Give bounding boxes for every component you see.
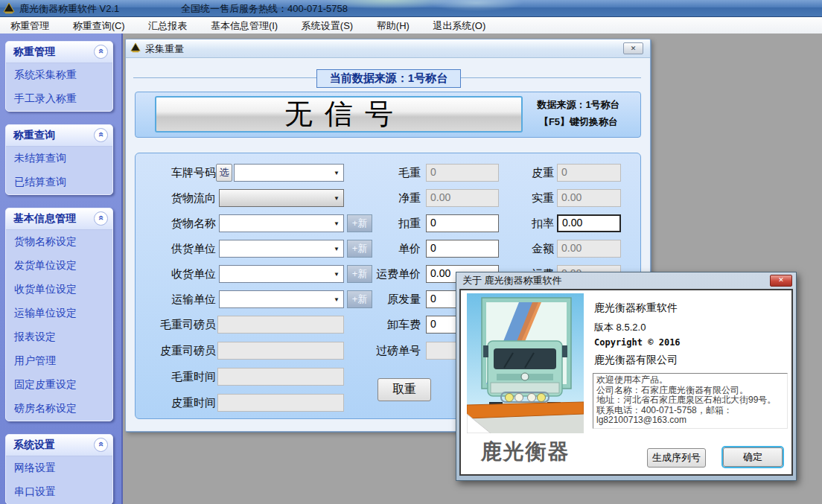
chevron-down-icon: ▼ (334, 170, 340, 176)
copyright-text: Copyright © 2016 (594, 337, 681, 348)
plate-number-combo[interactable]: ▼ (234, 164, 344, 182)
tare-time-field (217, 394, 344, 412)
supplier-combo[interactable]: ▼ (219, 240, 344, 258)
menu-summary-report[interactable]: 汇总报表 (138, 17, 197, 34)
menu-exit[interactable]: 退出系统(O) (422, 17, 496, 34)
data-source-banner: 当前数据来源：1号称台 (316, 69, 461, 88)
goods-name-combo[interactable]: ▼ (219, 214, 344, 232)
collapse-icon[interactable]: « (94, 45, 108, 59)
about-dialog-content: 鹿光衡器 鹿光衡器称重软件 版本 8.5.2.0 Copyright © 201… (459, 289, 793, 476)
actual-weight-field: 0.00 (557, 189, 621, 207)
collapse-icon[interactable]: « (94, 211, 108, 226)
sidebar-item-user-manage[interactable]: 用户管理 (6, 349, 112, 373)
deduct-weight-input[interactable]: 0 (426, 214, 499, 232)
supplier-label: 供货单位 (141, 240, 216, 258)
about-dialog-title: 关于 鹿光衡器称重软件 (462, 275, 562, 286)
tare-time-label: 皮重时间 (141, 394, 216, 412)
net-weight-field: 0.00 (426, 189, 499, 207)
weight-source-info: 数据来源：1号称台 【F5】键切换称台 (521, 96, 636, 130)
sidebar-item-fixed-tare[interactable]: 固定皮重设定 (6, 373, 112, 397)
plate-select-button[interactable]: 选 (216, 164, 232, 182)
sidebar: 称重管理 « 系统采集称重 手工录入称重 称重查询 « 未结算查询 已结算查询 … (0, 34, 123, 504)
tare-weight-label: 皮重 (500, 164, 554, 182)
sidebar-header-label: 称重管理 (13, 45, 55, 57)
unit-price-label: 单价 (354, 240, 421, 258)
chevron-down-icon: ▼ (334, 196, 340, 202)
unit-price-input[interactable]: 0 (426, 240, 499, 258)
weight-display: 无信号 (155, 96, 523, 133)
sidebar-section-system-settings: 系统设置 « 网络设置 串口设置 (5, 434, 113, 504)
gross-time-field (217, 368, 344, 386)
gross-weight-label: 毛重 (354, 164, 421, 182)
sidebar-item-network-settings[interactable]: 网络设置 (6, 456, 112, 480)
original-qty-label: 原发量 (354, 290, 421, 308)
sidebar-item-scale-house-name[interactable]: 磅房名称设定 (6, 397, 112, 421)
window-close-icon[interactable]: ✕ (623, 42, 643, 54)
sidebar-header-label: 称重查询 (13, 129, 55, 141)
sidebar-section-weigh-manage: 称重管理 « 系统采集称重 手工录入称重 (5, 41, 113, 112)
transporter-combo[interactable]: ▼ (219, 290, 344, 308)
receiver-combo[interactable]: ▼ (219, 265, 344, 283)
gross-time-label: 毛重时间 (141, 368, 216, 386)
sidebar-header-weigh-manage[interactable]: 称重管理 « (6, 42, 112, 63)
deduct-rate-label: 扣率 (500, 214, 554, 232)
collapse-icon[interactable]: « (94, 128, 108, 142)
menu-system-settings[interactable]: 系统设置(S) (291, 17, 363, 34)
transporter-label: 运输单位 (141, 290, 216, 308)
company-name: 鹿光衡器有限公司 (594, 354, 678, 367)
receiver-label: 收货单位 (141, 265, 216, 283)
gross-operator-field (217, 316, 344, 334)
menu-help[interactable]: 帮助(H) (366, 17, 420, 34)
about-dialog-titlebar[interactable]: 关于 鹿光衡器称重软件 ✕ (459, 272, 793, 289)
net-weight-label: 净重 (354, 189, 421, 207)
chevron-down-icon: ▼ (334, 246, 340, 252)
hotline-text: 全国统一售后服务热线：400-071-5758 (181, 2, 348, 16)
menu-weigh-manage[interactable]: 称重管理 (0, 17, 60, 34)
unload-fee-label: 卸车费 (354, 316, 421, 334)
sidebar-header-weigh-query[interactable]: 称重查询 « (6, 125, 112, 147)
weight-panel: 无信号 数据来源：1号称台 【F5】键切换称台 (135, 92, 641, 138)
ticket-number-label: 过磅单号 (354, 342, 421, 360)
ok-button[interactable]: 确定 (723, 447, 783, 467)
sidebar-item-unsettled-query[interactable]: 未结算查询 (6, 147, 112, 170)
sidebar-item-transport-unit[interactable]: 运输单位设定 (6, 302, 112, 325)
take-weight-button[interactable]: 取重 (377, 378, 431, 401)
deduct-rate-input[interactable]: 0.00 (557, 214, 621, 232)
menu-weigh-query[interactable]: 称重查询(C) (63, 17, 136, 34)
product-name: 鹿光衡器称重软件 (594, 302, 678, 315)
freight-price-label: 运费单价 (354, 265, 421, 283)
sidebar-item-report-setting[interactable]: 报表设定 (6, 325, 112, 349)
company-info-box[interactable]: 欢迎使用本产品。 公司名称：石家庄鹿光衡器有限公司。 地址：河北省石家庄鹿泉区石… (593, 373, 788, 429)
menubar: 称重管理 称重查询(C) 汇总报表 基本信息管理(I) 系统设置(S) 帮助(H… (0, 17, 822, 34)
brand-caption: 鹿光衡器 (467, 433, 584, 472)
chevron-down-icon: ▼ (334, 297, 340, 303)
about-dialog: 关于 鹿光衡器称重软件 ✕ (456, 272, 797, 481)
goods-flow-combo[interactable]: ▼ (219, 189, 344, 207)
sidebar-item-goods-name[interactable]: 货物名称设定 (6, 230, 112, 254)
goods-flow-label: 货物流向 (141, 189, 216, 207)
menu-basic-info[interactable]: 基本信息管理(I) (200, 17, 288, 34)
tare-operator-field (217, 342, 344, 360)
sidebar-item-settled-query[interactable]: 已结算查询 (6, 170, 112, 194)
tare-operator-label: 皮重司磅员 (141, 342, 216, 360)
generate-serial-button[interactable]: 生成序列号 (647, 448, 706, 468)
sidebar-item-system-weigh[interactable]: 系统采集称重 (6, 63, 112, 87)
app-title: 鹿光衡器称重软件 V2.1 (19, 2, 119, 16)
sidebar-header-label: 基本信息管理 (13, 212, 76, 224)
amount-label: 金额 (500, 240, 554, 258)
collect-weight-titlebar[interactable]: 采集重量 ✕ (126, 39, 650, 58)
sidebar-header-basic-info[interactable]: 基本信息管理 « (6, 208, 112, 230)
window-logo-icon (130, 42, 141, 53)
sidebar-header-system-settings[interactable]: 系统设置 « (6, 435, 112, 456)
sidebar-item-manual-weigh[interactable]: 手工录入称重 (6, 87, 112, 111)
sidebar-item-sender-unit[interactable]: 发货单位设定 (6, 254, 112, 278)
application: 鹿光衡器称重软件 V2.1 全国统一售后服务热线：400-071-5758 称重… (0, 0, 822, 504)
app-titlebar[interactable]: 鹿光衡器称重软件 V2.1 全国统一售后服务热线：400-071-5758 (0, 0, 822, 17)
collapse-icon[interactable]: « (94, 438, 108, 452)
dialog-close-icon[interactable]: ✕ (770, 275, 792, 287)
goods-name-label: 货物名称 (141, 214, 216, 232)
weight-source-line1: 数据来源：1号称台 (521, 96, 636, 113)
sidebar-item-receiver-unit[interactable]: 收货单位设定 (6, 278, 112, 302)
sidebar-item-serial-settings[interactable]: 串口设置 (6, 480, 112, 504)
sidebar-section-weigh-query: 称重查询 « 未结算查询 已结算查询 (5, 124, 113, 195)
